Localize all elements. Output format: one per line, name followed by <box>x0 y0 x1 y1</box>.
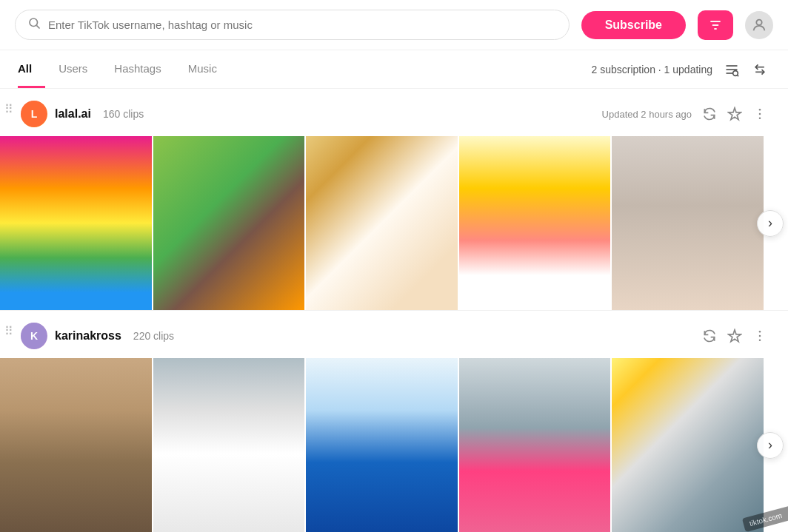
svg-point-16 <box>759 113 761 115</box>
more-button-karina[interactable] <box>752 329 767 343</box>
clip-thumb-lalal-0[interactable] <box>0 136 152 310</box>
filter-button[interactable] <box>698 10 733 40</box>
svg-text:L: L <box>31 108 38 120</box>
updated-text-lalal: Updated 2 hours ago <box>602 109 692 120</box>
drag-handle-lalal[interactable]: ⠿ <box>4 102 13 116</box>
clip-thumb-karina-3[interactable] <box>459 358 611 532</box>
subscription-info: 2 subscription · 1 updating <box>592 64 712 75</box>
tab-all[interactable]: All <box>18 50 45 88</box>
nav-tabs: All Users Hashtags Music 2 subscription … <box>0 50 788 89</box>
clip-thumb-karina-2[interactable] <box>306 358 458 532</box>
sub-clips-karina: 220 clips <box>133 330 174 342</box>
tab-hashtags[interactable]: Hashtags <box>101 50 174 88</box>
svg-point-17 <box>759 118 761 120</box>
svg-point-5 <box>756 19 761 24</box>
svg-point-20 <box>759 331 761 333</box>
next-arrow-lalal[interactable]: › <box>757 210 784 237</box>
tabs-right-section: 2 subscription · 1 updating <box>592 59 770 80</box>
pin-button-lalal[interactable] <box>727 107 742 121</box>
clip-thumb-lalal-4[interactable] <box>612 136 764 310</box>
clip-thumb-karina-0[interactable] <box>0 358 152 532</box>
subscription-lalal: ⠿ L lalal.ai 160 clips Updated 2 hours a… <box>0 89 788 311</box>
sub-header-karina: K karinakross 220 clips <box>0 323 788 358</box>
avatar-karina: K <box>21 323 47 349</box>
refresh-button-lalal[interactable] <box>702 107 717 121</box>
svg-point-9 <box>733 70 738 75</box>
more-button-lalal[interactable] <box>752 107 767 121</box>
tab-users[interactable]: Users <box>45 50 101 88</box>
search-input[interactable] <box>48 18 557 31</box>
clip-thumb-lalal-3[interactable] <box>459 136 611 310</box>
avatar-lalal: L <box>21 101 47 127</box>
clip-thumb-karina-4[interactable] <box>612 358 764 532</box>
user-avatar-button[interactable] <box>745 11 773 39</box>
search-bar[interactable] <box>15 10 570 40</box>
clip-thumb-karina-1[interactable] <box>153 358 305 532</box>
refresh-button-karina[interactable] <box>702 329 717 343</box>
svg-line-10 <box>738 75 739 76</box>
svg-point-0 <box>30 18 38 27</box>
sub-clips-lalal: 160 clips <box>103 108 144 120</box>
sub-name-karina: karinakross <box>55 329 121 343</box>
clips-row-karina: › <box>0 358 788 532</box>
svg-line-1 <box>36 25 39 28</box>
svg-point-15 <box>759 109 761 111</box>
sort-button[interactable] <box>749 59 770 80</box>
app-header: Subscribe <box>0 0 788 50</box>
clip-thumb-lalal-1[interactable] <box>153 136 305 310</box>
svg-point-21 <box>759 335 761 337</box>
search-subscriptions-button[interactable] <box>721 59 742 80</box>
drag-handle-karina[interactable]: ⠿ <box>4 324 13 338</box>
clip-thumb-lalal-2[interactable] <box>306 136 458 310</box>
search-icon <box>27 16 41 33</box>
sub-header-lalal: L lalal.ai 160 clips Updated 2 hours ago <box>0 101 788 136</box>
svg-text:K: K <box>30 330 38 342</box>
tab-music[interactable]: Music <box>175 50 230 88</box>
svg-point-22 <box>759 340 761 342</box>
sub-actions-lalal: Updated 2 hours ago <box>602 107 767 121</box>
sub-actions-karina <box>702 329 767 343</box>
sub-name-lalal: lalal.ai <box>55 107 91 121</box>
subscription-karina: ⠿ K karinakross 220 clips <box>0 311 788 532</box>
feed: ⠿ L lalal.ai 160 clips Updated 2 hours a… <box>0 89 788 532</box>
next-arrow-karina[interactable]: › <box>757 432 784 459</box>
subscribe-button[interactable]: Subscribe <box>581 11 686 39</box>
tab-list: All Users Hashtags Music <box>18 50 230 88</box>
clips-row-lalal: › <box>0 136 788 310</box>
pin-button-karina[interactable] <box>727 329 742 343</box>
